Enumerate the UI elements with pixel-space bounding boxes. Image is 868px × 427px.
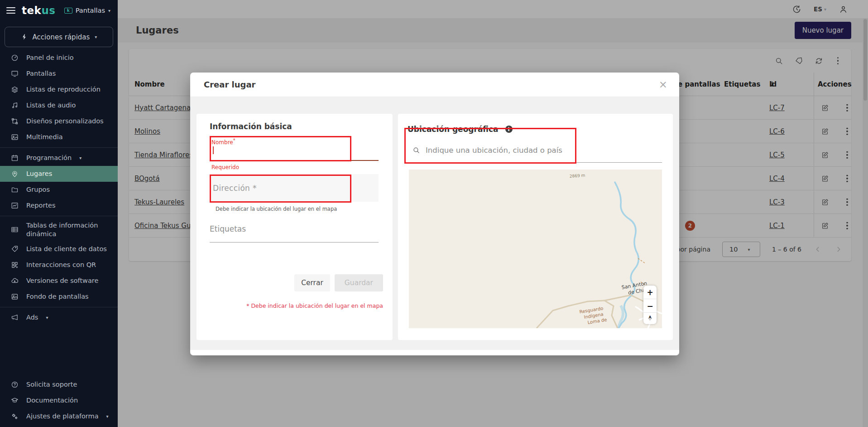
address-input[interactable]: Dirección *	[210, 174, 379, 202]
sidebar-item-versiones-software[interactable]: Versiones de software	[0, 273, 118, 289]
sidebar-item-grupos[interactable]: Grupos	[0, 182, 118, 198]
app-logo: tekus	[22, 5, 55, 16]
sidebar-item-panel-de-inicio[interactable]: Panel de inicio	[0, 50, 118, 66]
search-icon	[412, 146, 420, 154]
geo-location-card: Ubicación geográfica i Indique una ubica…	[398, 114, 673, 340]
sidebar-item-listas-de-reproduccion[interactable]: Listas de reproducción	[0, 82, 118, 97]
tags-input[interactable]	[210, 223, 379, 242]
image-icon	[11, 133, 19, 141]
calendar-icon	[11, 154, 19, 162]
hamburger-menu-icon[interactable]	[6, 7, 15, 14]
sidebar-item-programacion[interactable]: Programación ▾	[0, 150, 118, 166]
sidebar-item-ads[interactable]: Ads ▾	[0, 310, 118, 325]
monitor-icon	[11, 70, 19, 78]
location-search-placeholder: Indique una ubicación, ciudad o país	[426, 146, 562, 155]
quick-actions-button[interactable]: Acciones rápidas ▾	[5, 27, 113, 47]
sidebar-item-pantallas[interactable]: Pantallas	[0, 66, 118, 82]
sidebar-item-solicita-soporte[interactable]: Solicita soporte	[0, 377, 118, 393]
table-icon	[11, 226, 19, 233]
chevron-down-icon: ▾	[79, 155, 82, 160]
name-input[interactable]	[210, 136, 379, 160]
sidebar-item-lista-cliente-datos[interactable]: Lista de cliente de datos	[0, 241, 118, 257]
map-required-footnote: * Debe indicar la ubicación del lugar en…	[246, 302, 383, 309]
sidebar-item-tablas-informacion-dinamica[interactable]: Tablas de información dinámica	[0, 218, 118, 241]
sidebar-item-documentacion[interactable]: Documentación	[0, 393, 118, 408]
qr-code-icon	[11, 261, 19, 269]
section-title-geo-location: Ubicación geográfica	[408, 125, 499, 134]
line-chart-icon	[11, 202, 19, 209]
frame-transform-icon	[11, 117, 19, 125]
sidebar-item-disenos-personalizados[interactable]: Diseños personalizados	[0, 113, 118, 129]
sidebar-item-reportes[interactable]: Reportes	[0, 198, 118, 214]
chevron-down-icon: ▾	[108, 8, 110, 13]
close-icon[interactable]: ×	[659, 79, 667, 90]
gauge-icon	[11, 54, 19, 62]
dialog-body: Información básica Nombre* Requerido Dir…	[190, 97, 679, 350]
wallpaper-icon	[11, 293, 19, 301]
address-field-label: Dirección *	[213, 184, 257, 193]
dialog-title: Crear lugar	[204, 80, 255, 89]
create-place-dialog: Crear lugar × Información básica Nombre*…	[190, 73, 679, 355]
sidebar-item-interacciones-qr[interactable]: Interacciones con QR	[0, 257, 118, 273]
screen-icon: k	[64, 8, 72, 14]
megaphone-icon	[11, 314, 19, 321]
help-circle-icon	[11, 381, 19, 388]
sidebar-item-multimedia[interactable]: Multimedia	[0, 129, 118, 145]
name-error-text: Requerido	[211, 164, 239, 170]
workspace-label: Pantallas	[76, 7, 105, 14]
sidebar-item-ajustes-plataforma[interactable]: Ajustes de plataforma ▾	[0, 408, 118, 424]
map-terrain: 2869 m San Anton de Chan Resguardo Indíg…	[409, 170, 662, 328]
location-search-input[interactable]: Indique una ubicación, ciudad o país	[412, 146, 562, 155]
zoom-in-button[interactable]: +	[643, 286, 657, 299]
tags-icon	[11, 245, 19, 253]
chevron-down-icon: ▾	[106, 414, 109, 419]
sidebar: tekus k Pantallas ▾ Acciones rápidas ▾ P…	[0, 0, 118, 427]
map-controls: + − ▲▼	[643, 286, 657, 324]
chevron-down-icon: ▾	[46, 315, 48, 320]
save-button[interactable]: Guardar	[335, 274, 383, 291]
music-note-icon	[11, 102, 19, 109]
lightning-icon	[21, 34, 28, 40]
cancel-button[interactable]: Cerrar	[294, 274, 330, 291]
compass-button[interactable]: ▲▼	[648, 313, 652, 324]
tags-input-underline	[210, 242, 379, 243]
graduation-cap-icon	[11, 397, 19, 404]
cloud-download-icon	[11, 277, 19, 285]
basic-info-card: Información básica Nombre* Requerido Dir…	[197, 114, 393, 340]
folder-icon	[11, 186, 19, 194]
name-input-underline	[210, 160, 379, 161]
info-icon[interactable]: i	[505, 126, 513, 133]
gears-icon	[11, 412, 19, 420]
map-canvas[interactable]: 2869 m San Anton de Chan Resguardo Indíg…	[409, 170, 662, 328]
map-pin-icon	[11, 170, 19, 178]
sidebar-item-listas-de-audio[interactable]: Listas de audio	[0, 97, 118, 113]
section-title-basic-info: Información básica	[210, 122, 292, 131]
search-input-underline	[409, 162, 662, 163]
sidebar-item-lugares[interactable]: Lugares	[0, 166, 118, 182]
chevron-down-icon: ▾	[95, 34, 97, 39]
workspace-switcher[interactable]: k Pantallas ▾	[64, 7, 110, 14]
zoom-out-button[interactable]: −	[643, 299, 657, 312]
sidebar-item-fondo-pantallas[interactable]: Fondo de pantallas	[0, 289, 118, 305]
layers-icon	[11, 86, 19, 93]
address-helper-text: Debe indicar la ubicación del lugar en e…	[216, 206, 337, 212]
